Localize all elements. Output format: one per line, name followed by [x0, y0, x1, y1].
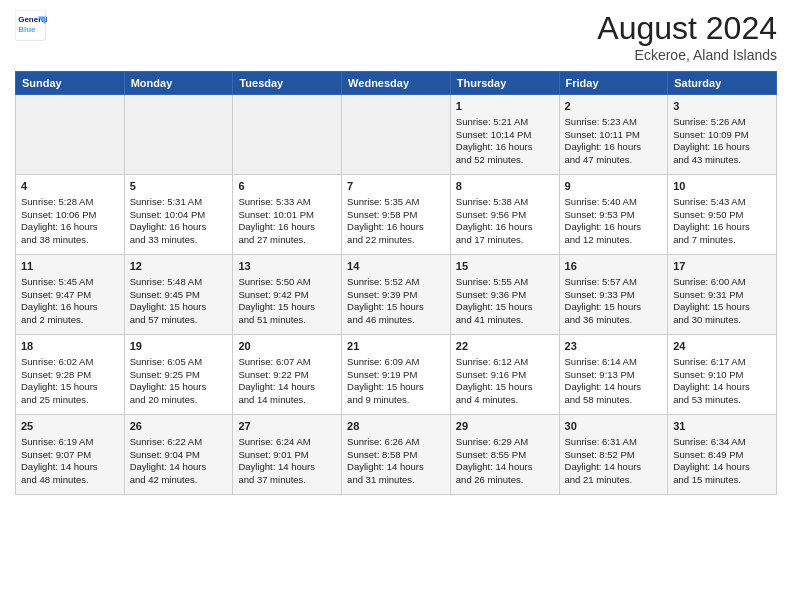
cell-content: and 9 minutes. — [347, 394, 445, 407]
cell-content: Sunset: 9:31 PM — [673, 289, 771, 302]
cell-content: and 42 minutes. — [130, 474, 228, 487]
col-header-tuesday: Tuesday — [233, 72, 342, 95]
calendar-cell — [233, 95, 342, 175]
cell-content: and 33 minutes. — [130, 234, 228, 247]
cell-content: Daylight: 15 hours — [130, 301, 228, 314]
cell-content: Daylight: 16 hours — [673, 221, 771, 234]
calendar-cell: 30Sunrise: 6:31 AMSunset: 8:52 PMDayligh… — [559, 415, 668, 495]
calendar-cell: 17Sunrise: 6:00 AMSunset: 9:31 PMDayligh… — [668, 255, 777, 335]
calendar-cell: 12Sunrise: 5:48 AMSunset: 9:45 PMDayligh… — [124, 255, 233, 335]
cell-content: Daylight: 14 hours — [565, 461, 663, 474]
day-number: 27 — [238, 419, 336, 434]
day-number: 14 — [347, 259, 445, 274]
cell-content: Daylight: 16 hours — [347, 221, 445, 234]
day-number: 3 — [673, 99, 771, 114]
cell-content: Sunrise: 5:38 AM — [456, 196, 554, 209]
calendar-cell: 28Sunrise: 6:26 AMSunset: 8:58 PMDayligh… — [342, 415, 451, 495]
header-row: SundayMondayTuesdayWednesdayThursdayFrid… — [16, 72, 777, 95]
cell-content: Sunrise: 5:26 AM — [673, 116, 771, 129]
cell-content: and 2 minutes. — [21, 314, 119, 327]
day-number: 8 — [456, 179, 554, 194]
calendar-cell — [16, 95, 125, 175]
day-number: 19 — [130, 339, 228, 354]
day-number: 11 — [21, 259, 119, 274]
day-number: 28 — [347, 419, 445, 434]
cell-content: Daylight: 14 hours — [130, 461, 228, 474]
cell-content: and 53 minutes. — [673, 394, 771, 407]
cell-content: Sunset: 9:19 PM — [347, 369, 445, 382]
calendar-cell: 26Sunrise: 6:22 AMSunset: 9:04 PMDayligh… — [124, 415, 233, 495]
calendar-cell: 9Sunrise: 5:40 AMSunset: 9:53 PMDaylight… — [559, 175, 668, 255]
col-header-friday: Friday — [559, 72, 668, 95]
cell-content: Sunset: 10:09 PM — [673, 129, 771, 142]
cell-content: Sunset: 9:28 PM — [21, 369, 119, 382]
day-number: 6 — [238, 179, 336, 194]
day-number: 10 — [673, 179, 771, 194]
cell-content: Sunset: 9:50 PM — [673, 209, 771, 222]
main-title: August 2024 — [597, 10, 777, 47]
cell-content: Sunset: 8:55 PM — [456, 449, 554, 462]
day-number: 5 — [130, 179, 228, 194]
cell-content: and 12 minutes. — [565, 234, 663, 247]
cell-content: Daylight: 14 hours — [347, 461, 445, 474]
cell-content: Sunset: 8:52 PM — [565, 449, 663, 462]
cell-content: and 22 minutes. — [347, 234, 445, 247]
week-row-3: 11Sunrise: 5:45 AMSunset: 9:47 PMDayligh… — [16, 255, 777, 335]
cell-content: Sunrise: 5:57 AM — [565, 276, 663, 289]
col-header-saturday: Saturday — [668, 72, 777, 95]
day-number: 7 — [347, 179, 445, 194]
cell-content: Daylight: 16 hours — [21, 301, 119, 314]
cell-content: Sunset: 9:13 PM — [565, 369, 663, 382]
day-number: 13 — [238, 259, 336, 274]
cell-content: Sunrise: 5:33 AM — [238, 196, 336, 209]
cell-content: Daylight: 16 hours — [565, 221, 663, 234]
cell-content: Sunset: 9:25 PM — [130, 369, 228, 382]
title-block: August 2024 Eckeroe, Aland Islands — [597, 10, 777, 63]
cell-content: Sunset: 8:58 PM — [347, 449, 445, 462]
cell-content: Sunrise: 5:50 AM — [238, 276, 336, 289]
calendar-cell: 5Sunrise: 5:31 AMSunset: 10:04 PMDayligh… — [124, 175, 233, 255]
cell-content: and 52 minutes. — [456, 154, 554, 167]
day-number: 18 — [21, 339, 119, 354]
cell-content: Sunrise: 5:35 AM — [347, 196, 445, 209]
cell-content: and 37 minutes. — [238, 474, 336, 487]
cell-content: and 15 minutes. — [673, 474, 771, 487]
day-number: 1 — [456, 99, 554, 114]
cell-content: and 14 minutes. — [238, 394, 336, 407]
cell-content: and 27 minutes. — [238, 234, 336, 247]
day-number: 31 — [673, 419, 771, 434]
cell-content: Daylight: 15 hours — [130, 381, 228, 394]
cell-content: Sunrise: 6:05 AM — [130, 356, 228, 369]
col-header-thursday: Thursday — [450, 72, 559, 95]
cell-content: Daylight: 15 hours — [21, 381, 119, 394]
cell-content: Sunset: 9:01 PM — [238, 449, 336, 462]
calendar-cell: 13Sunrise: 5:50 AMSunset: 9:42 PMDayligh… — [233, 255, 342, 335]
col-header-wednesday: Wednesday — [342, 72, 451, 95]
cell-content: and 38 minutes. — [21, 234, 119, 247]
cell-content: Daylight: 16 hours — [456, 221, 554, 234]
calendar-cell: 15Sunrise: 5:55 AMSunset: 9:36 PMDayligh… — [450, 255, 559, 335]
week-row-2: 4Sunrise: 5:28 AMSunset: 10:06 PMDayligh… — [16, 175, 777, 255]
calendar-cell: 18Sunrise: 6:02 AMSunset: 9:28 PMDayligh… — [16, 335, 125, 415]
day-number: 21 — [347, 339, 445, 354]
cell-content: and 43 minutes. — [673, 154, 771, 167]
calendar-cell — [124, 95, 233, 175]
col-header-monday: Monday — [124, 72, 233, 95]
cell-content: Daylight: 15 hours — [456, 381, 554, 394]
week-row-1: 1Sunrise: 5:21 AMSunset: 10:14 PMDayligh… — [16, 95, 777, 175]
page: General Blue August 2024 Eckeroe, Aland … — [0, 0, 792, 612]
cell-content: Sunrise: 6:19 AM — [21, 436, 119, 449]
subtitle: Eckeroe, Aland Islands — [597, 47, 777, 63]
day-number: 25 — [21, 419, 119, 434]
cell-content: Sunset: 10:06 PM — [21, 209, 119, 222]
cell-content: Daylight: 14 hours — [456, 461, 554, 474]
day-number: 24 — [673, 339, 771, 354]
cell-content: and 47 minutes. — [565, 154, 663, 167]
calendar-cell: 22Sunrise: 6:12 AMSunset: 9:16 PMDayligh… — [450, 335, 559, 415]
week-row-4: 18Sunrise: 6:02 AMSunset: 9:28 PMDayligh… — [16, 335, 777, 415]
cell-content: Sunrise: 5:43 AM — [673, 196, 771, 209]
calendar-cell: 24Sunrise: 6:17 AMSunset: 9:10 PMDayligh… — [668, 335, 777, 415]
day-number: 2 — [565, 99, 663, 114]
calendar-cell: 27Sunrise: 6:24 AMSunset: 9:01 PMDayligh… — [233, 415, 342, 495]
cell-content: Daylight: 16 hours — [565, 141, 663, 154]
